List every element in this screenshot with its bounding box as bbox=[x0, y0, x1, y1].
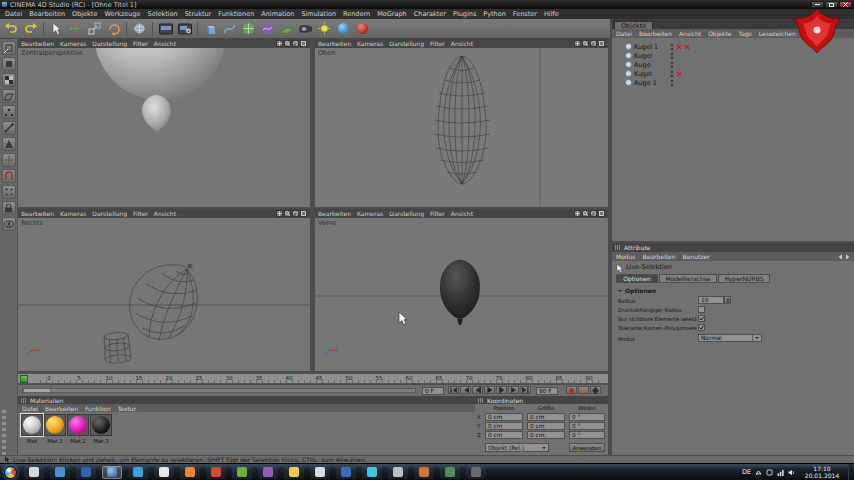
show-desktop-button[interactable] bbox=[848, 464, 853, 480]
scale-tool-button[interactable] bbox=[86, 20, 103, 37]
play-button[interactable] bbox=[484, 386, 495, 394]
taskbar-app-icon-active[interactable] bbox=[102, 466, 122, 479]
texture-mode-button[interactable] bbox=[2, 73, 16, 87]
visibility-dots-icon[interactable] bbox=[670, 61, 674, 69]
mat-menu-textur[interactable]: Textur bbox=[118, 405, 136, 412]
viewport-menu-kameras[interactable]: Kameras bbox=[60, 40, 86, 47]
menu-hilfe[interactable]: Hilfe bbox=[544, 10, 559, 18]
disabled-tag-icon[interactable] bbox=[684, 44, 690, 50]
menu-python[interactable]: Python bbox=[483, 10, 506, 18]
viewport-toggle-button[interactable] bbox=[598, 40, 605, 47]
menu-fenster[interactable]: Fenster bbox=[513, 10, 537, 18]
timeline-ruler[interactable]: 0 5 10 15 20 25 30 35 40 45 50 55 60 65 … bbox=[18, 373, 608, 384]
add-nurbs-button[interactable] bbox=[240, 20, 257, 37]
angle-h-field[interactable]: 0 ° bbox=[569, 413, 605, 421]
viewport-menu-bearbeiten[interactable]: Bearbeiten bbox=[21, 210, 54, 217]
prev-key-button[interactable] bbox=[460, 386, 471, 394]
menu-bearbeiten[interactable]: Bearbeiten bbox=[29, 10, 65, 18]
powerslider-thumb[interactable] bbox=[23, 388, 51, 393]
size-x-field[interactable]: 0 cm bbox=[527, 413, 565, 421]
menu-datei[interactable]: Datei bbox=[5, 10, 22, 18]
viewport-menu-bearbeiten[interactable]: Bearbeiten bbox=[318, 210, 351, 217]
attr-menu-bearbeiten[interactable]: Bearbeiten bbox=[643, 253, 676, 260]
viewport-pan-button[interactable] bbox=[574, 40, 581, 47]
menu-selektion[interactable]: Selektion bbox=[148, 10, 178, 18]
tray-network-icon[interactable] bbox=[777, 469, 784, 476]
record-keyframe-button[interactable] bbox=[566, 386, 577, 394]
menu-werkzeuge[interactable]: Werkzeuge bbox=[104, 10, 140, 18]
viewport-rotate-button[interactable] bbox=[292, 210, 299, 217]
live-selection-tool-button[interactable] bbox=[48, 20, 65, 37]
add-camera-button[interactable] bbox=[297, 20, 314, 37]
viewport-menu-ansicht[interactable]: Ansicht bbox=[451, 210, 473, 217]
taskbar-app-icon[interactable] bbox=[258, 466, 278, 479]
history-back-icon[interactable] bbox=[838, 254, 843, 260]
render-settings-button[interactable] bbox=[176, 20, 193, 37]
taskbar-app-icon[interactable] bbox=[284, 466, 304, 479]
history-forward-icon[interactable] bbox=[845, 254, 850, 260]
add-cube-button[interactable] bbox=[202, 20, 219, 37]
radius-field[interactable]: 10 bbox=[698, 296, 724, 304]
goto-end-button[interactable] bbox=[520, 386, 531, 394]
visibility-dots-icon[interactable] bbox=[670, 52, 674, 60]
visibility-dots-icon[interactable] bbox=[670, 70, 674, 78]
points-mode-button[interactable] bbox=[2, 105, 16, 119]
add-environment-button[interactable] bbox=[335, 20, 352, 37]
taskbar-app-icon[interactable] bbox=[336, 466, 356, 479]
om-menu-tags[interactable]: Tags bbox=[739, 30, 752, 37]
taskbar-app-icon[interactable] bbox=[466, 466, 486, 479]
taskbar-app-icon[interactable] bbox=[76, 466, 96, 479]
taskbar-app-icon[interactable] bbox=[24, 466, 44, 479]
coordinate-mode-dropdown[interactable]: Objekt (Rel.) bbox=[485, 443, 549, 452]
object-row[interactable]: Kugel bbox=[612, 69, 854, 78]
viewport-rotate-button[interactable] bbox=[590, 210, 597, 217]
prev-frame-button[interactable] bbox=[472, 386, 483, 394]
model-mode-button[interactable] bbox=[2, 57, 16, 71]
coordinate-system-button[interactable] bbox=[131, 20, 148, 37]
viewport-menu-darstellung[interactable]: Darstellung bbox=[389, 210, 424, 217]
polygons-mode-button[interactable] bbox=[2, 137, 16, 151]
viewport-menu-ansicht[interactable]: Ansicht bbox=[154, 210, 176, 217]
mode-dropdown[interactable]: Normal bbox=[698, 334, 762, 342]
visible-only-checkbox[interactable] bbox=[698, 315, 705, 322]
menu-mograph[interactable]: MoGraph bbox=[377, 10, 407, 18]
tolerant-selection-checkbox[interactable] bbox=[698, 324, 705, 331]
size-z-field[interactable]: 0 cm bbox=[527, 431, 565, 439]
workplane-mode-button[interactable] bbox=[2, 89, 16, 103]
tray-chevron-icon[interactable] bbox=[755, 470, 762, 475]
apply-button[interactable]: Anwenden bbox=[569, 443, 605, 452]
add-modifier-button[interactable] bbox=[259, 20, 276, 37]
add-floor-button[interactable] bbox=[278, 20, 295, 37]
viewport-zoom-button[interactable] bbox=[582, 210, 589, 217]
undo-button[interactable] bbox=[3, 20, 20, 37]
rotate-tool-button[interactable] bbox=[105, 20, 122, 37]
viewport-perspective[interactable]: Zentralperspektive bbox=[18, 48, 310, 207]
menu-objekte[interactable]: Objekte bbox=[72, 10, 97, 18]
start-frame-field[interactable]: 0 F bbox=[422, 387, 444, 395]
current-frame-marker[interactable] bbox=[20, 375, 28, 383]
viewport-rotate-button[interactable] bbox=[292, 40, 299, 47]
viewport-menu-kameras[interactable]: Kameras bbox=[60, 210, 86, 217]
render-view-button[interactable] bbox=[157, 20, 174, 37]
attr-tab-hypernurbs[interactable]: HyperNURBS bbox=[718, 274, 770, 283]
om-menu-objekte[interactable]: Objekte bbox=[708, 30, 731, 37]
viewport-menu-filter[interactable]: Filter bbox=[133, 40, 148, 47]
viewport-pan-button[interactable] bbox=[574, 210, 581, 217]
move-tool-button[interactable] bbox=[67, 20, 84, 37]
start-button[interactable] bbox=[4, 466, 17, 479]
viewport-menu-filter[interactable]: Filter bbox=[430, 40, 445, 47]
taskbar-app-icon[interactable] bbox=[206, 466, 226, 479]
view-filter-button[interactable] bbox=[2, 217, 16, 231]
material-swatch[interactable] bbox=[21, 414, 43, 436]
viewport-menu-darstellung[interactable]: Darstellung bbox=[92, 40, 127, 47]
menu-charakter[interactable]: Charakter bbox=[414, 10, 446, 18]
add-material-ball-button[interactable] bbox=[354, 20, 371, 37]
radius-spinner[interactable] bbox=[724, 296, 731, 304]
end-frame-field[interactable]: 90 F bbox=[536, 387, 558, 395]
om-menu-datei[interactable]: Datei bbox=[616, 30, 632, 37]
viewport-menu-kameras[interactable]: Kameras bbox=[357, 210, 383, 217]
language-indicator[interactable]: DE bbox=[742, 468, 751, 476]
menu-animation[interactable]: Animation bbox=[261, 10, 294, 18]
viewport-menu-darstellung[interactable]: Darstellung bbox=[92, 210, 127, 217]
goto-start-button[interactable] bbox=[448, 386, 459, 394]
